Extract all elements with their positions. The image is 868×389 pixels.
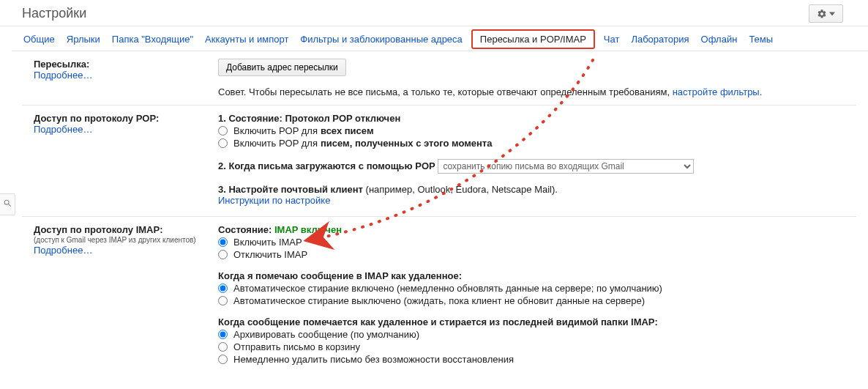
imap-expunge-archive-option[interactable]: Архивировать сообщение (по умолчанию) <box>218 329 852 340</box>
gear-icon <box>817 9 827 19</box>
tab-0[interactable]: Общие <box>23 34 55 45</box>
tab-4[interactable]: Фильтры и заблокированные адреса <box>300 34 462 45</box>
pop-status-text: Протокол POP отключен <box>285 113 400 124</box>
settings-tabs: ОбщиеЯрлыкиПапка "Входящие"Аккаунты и им… <box>12 26 868 51</box>
imap-expunge-heading: Когда сообщение помечается как удаленное… <box>218 316 852 327</box>
search-icon <box>3 199 12 210</box>
imap-learn-more-link[interactable]: Подробнее… <box>34 245 202 256</box>
configure-filters-link[interactable]: настройте фильтры <box>673 86 760 97</box>
collapsed-search-panel[interactable] <box>0 193 15 215</box>
imap-disable-radio[interactable] <box>218 250 228 259</box>
imap-autoexpunge-off-radio[interactable] <box>218 296 228 305</box>
forwarding-label: Пересылка: <box>34 59 202 70</box>
add-forwarding-address-button[interactable]: Добавить адрес пересылки <box>218 59 346 76</box>
imap-expunge-trash-radio[interactable] <box>218 342 228 352</box>
forwarding-learn-more-link[interactable]: Подробнее… <box>34 70 202 81</box>
pop-step3-bold: 3. Настройте почтовый клиент <box>218 184 363 195</box>
imap-disable-option[interactable]: Отключить IMAP <box>218 249 852 260</box>
tab-5[interactable]: Пересылка и POP/IMAP <box>471 29 595 49</box>
imap-status-value: IMAP включен <box>274 224 342 235</box>
imap-label: Доступ по протоколу IMAP: <box>34 224 202 235</box>
forwarding-tip-text: Совет. Чтобы пересылать не все письма, а… <box>218 86 673 97</box>
tab-2[interactable]: Папка "Входящие" <box>112 34 193 45</box>
imap-expunge-trash-option[interactable]: Отправить письмо в корзину <box>218 341 852 352</box>
tab-3[interactable]: Аккаунты и импорт <box>205 34 288 45</box>
imap-delete-heading: Когда я помечаю сообщение в IMAP как уда… <box>218 270 852 281</box>
pop-learn-more-link[interactable]: Подробнее… <box>34 124 202 135</box>
imap-enable-option[interactable]: Включить IMAP <box>218 237 852 248</box>
tab-1[interactable]: Ярлыки <box>67 34 100 45</box>
imap-expunge-delete-option[interactable]: Немедленно удалить письмо без возможност… <box>218 354 852 365</box>
pop-label: Доступ по протоколу POP: <box>34 113 202 124</box>
imap-sublabel: (доступ к Gmail через IMAP из других кли… <box>34 235 202 245</box>
tab-6[interactable]: Чат <box>604 34 620 45</box>
tab-7[interactable]: Лаборатория <box>631 34 689 45</box>
pop-enable-all-option[interactable]: Включить POP для всех писем <box>218 125 852 136</box>
imap-autoexpunge-on-radio[interactable] <box>218 284 228 293</box>
pop-step3-rest: (например, Outlook, Eudora, Netscape Mai… <box>363 184 558 195</box>
imap-expunge-archive-radio[interactable] <box>218 330 228 339</box>
imap-enable-radio[interactable] <box>218 237 228 247</box>
pop-status-number: 1. Состояние: <box>218 113 285 124</box>
pop-enable-now-radio[interactable] <box>218 138 228 148</box>
pop-instructions-link[interactable]: Инструкции по настройке <box>218 195 330 206</box>
pop-enable-now-option[interactable]: Включить POP для писем, полученных с это… <box>218 138 852 149</box>
tab-8[interactable]: Офлайн <box>701 34 738 45</box>
pop-enable-all-radio[interactable] <box>218 126 228 136</box>
imap-autoexpunge-on-option[interactable]: Автоматическое стирание включено (немедл… <box>218 283 852 294</box>
imap-autoexpunge-off-option[interactable]: Автоматическое стирание выключено (ожида… <box>218 295 852 306</box>
imap-status-label: Состояние: <box>218 224 274 235</box>
page-title: Настройки <box>22 6 86 21</box>
pop-download-action-select[interactable]: сохранить копию письма во входящих Gmail <box>438 159 694 174</box>
pop-step2-label: 2. Когда письма загружаются с помощью PO… <box>218 160 435 171</box>
settings-gear-button[interactable] <box>809 4 843 23</box>
imap-expunge-delete-radio[interactable] <box>218 355 228 364</box>
chevron-down-icon <box>829 11 835 17</box>
tab-9[interactable]: Темы <box>749 34 773 45</box>
